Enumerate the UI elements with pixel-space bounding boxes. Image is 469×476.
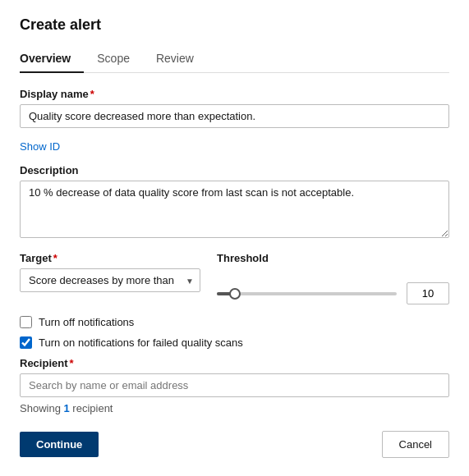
tab-overview[interactable]: Overview [20,45,84,73]
show-id-link[interactable]: Show ID [20,140,60,153]
display-name-label: Display name* [20,88,449,100]
tabs-nav: Overview Scope Review [20,45,449,73]
target-select-wrapper: Score decreases by more than ▼ [20,268,200,292]
description-section: Description 10 % decrease of data qualit… [20,164,449,240]
threshold-value-input[interactable] [407,282,449,304]
page-title: Create alert [20,16,449,34]
footer-actions: Continue Cancel [20,431,449,458]
target-label: Target* [20,252,200,264]
recipient-section: Recipient* Showing 1 recipient [20,357,449,414]
target-select[interactable]: Score decreases by more than [20,268,200,292]
turn-on-notifications-label: Turn on notifications for failed quality… [39,336,243,349]
turn-on-notifications-checkbox[interactable] [20,336,32,349]
threshold-col: Threshold [217,252,449,304]
display-name-section: Display name* [20,88,449,128]
showing-recipient-text: Showing 1 recipient [20,402,449,414]
recipient-search-input[interactable] [20,373,449,397]
slider-thumb[interactable] [229,288,241,300]
threshold-controls [217,282,449,304]
threshold-slider-track[interactable] [217,292,397,295]
display-name-input[interactable] [20,104,449,128]
turn-off-notifications-row: Turn off notifications [20,316,449,328]
turn-off-notifications-label: Turn off notifications [39,316,134,328]
recipient-label: Recipient* [20,357,449,369]
turn-off-notifications-checkbox[interactable] [20,316,32,328]
tab-review[interactable]: Review [156,45,207,73]
description-label: Description [20,164,449,176]
target-col: Target* Score decreases by more than ▼ [20,252,200,292]
turn-on-notifications-row: Turn on notifications for failed quality… [20,336,449,349]
target-threshold-row: Target* Score decreases by more than ▼ T… [20,252,449,304]
continue-button[interactable]: Continue [20,432,99,457]
threshold-label: Threshold [217,252,449,264]
cancel-button[interactable]: Cancel [382,431,449,458]
tab-scope[interactable]: Scope [97,45,143,73]
description-input[interactable]: 10 % decrease of data quality score from… [20,181,449,238]
